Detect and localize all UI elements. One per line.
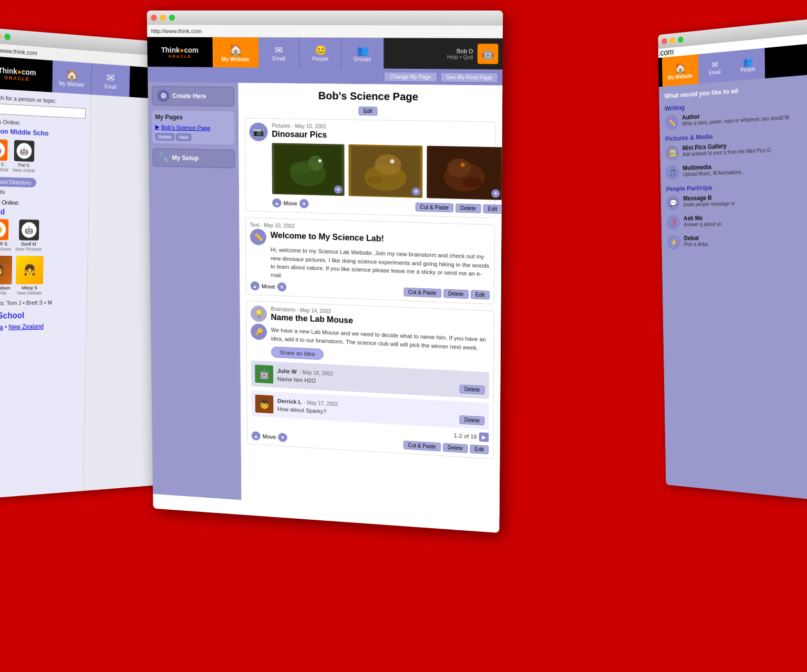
pictures-cut-paste-button[interactable]: Cut & Paste <box>415 202 453 212</box>
help-quit[interactable]: Help • Quit <box>447 54 473 60</box>
nav-mywebsite-right[interactable]: 🏠 My Website <box>662 54 699 87</box>
nav-email-label-front: Email <box>272 56 285 61</box>
nav-email-front[interactable]: ✉ Email <box>258 37 300 68</box>
brainstorm-move-down-button[interactable]: ▼ <box>278 433 287 442</box>
pictures-edit-button[interactable]: Edit <box>483 204 502 214</box>
browser-window-right: .com 🏠 My Website ✉ Email 👥 People What … <box>658 18 807 501</box>
text-edit-button[interactable]: Edit <box>471 290 490 299</box>
derrick-delete-button[interactable]: Delete <box>460 415 485 425</box>
logo-back: Think●com ORACLE <box>0 56 53 92</box>
nav-groups-label-front: Groups <box>354 56 371 62</box>
school-dir-button[interactable]: School Directory <box>0 176 36 187</box>
pagination-next-button[interactable]: ▶ <box>479 432 489 442</box>
brainstorm-delete-button[interactable]: Delete <box>443 443 468 453</box>
my-setup-button[interactable]: 🔧 My Setup <box>152 148 235 168</box>
brainstorm-edit-button[interactable]: Edit <box>470 444 489 454</box>
share-idea-button[interactable]: Share an Idea <box>271 346 324 360</box>
pat-avatar-icon: 🤖 <box>14 140 34 162</box>
sunil-face: 🤖 <box>21 222 36 238</box>
minimize-dot[interactable] <box>0 33 2 39</box>
page-item-buttons: Delete New <box>156 133 232 142</box>
brainstorm-cut-paste-button[interactable]: Cut & Paste <box>403 440 440 452</box>
see-my-final-page-button[interactable]: See My Final Page <box>440 72 498 82</box>
mansih-face: 😊 <box>0 222 6 237</box>
school-links: • China • New Zealand <box>0 322 81 331</box>
julie-delete-button[interactable]: Delete <box>460 384 485 394</box>
create-gear-icon: ⚙ <box>157 90 169 102</box>
sunil-name: Sunil M <box>21 241 36 246</box>
sunil-note: New Pictures <box>15 246 42 251</box>
user-miss-nelson: 👩 Miss Nelson New File <box>0 256 12 296</box>
edit-title-banner-button[interactable]: Edit <box>359 107 377 116</box>
minimize-dot-front[interactable] <box>160 15 166 21</box>
close-dot-front[interactable] <box>151 15 157 21</box>
miss-nelson-note: New File <box>0 290 7 296</box>
new-page-button[interactable]: New <box>176 133 191 141</box>
change-my-page-button[interactable]: Change My Page <box>384 71 437 82</box>
brainstorm-icon-1: 💡 <box>251 306 267 322</box>
derrick-avatar: 👦 <box>255 395 274 414</box>
pictures-move-down-button[interactable]: ▼ <box>299 199 309 208</box>
world-avatars-2: 👩 Miss Nelson New File 👧 Missy S New Deb… <box>0 256 83 296</box>
user-sunil: 🤖 Sunil M New Pictures <box>15 219 42 251</box>
nav-mywebsite-back[interactable]: 🏠 My Website <box>52 60 92 94</box>
sunil-icon: 🤖 <box>19 219 39 240</box>
nav-front: 🏠 My Website ✉ Email 😊 People 👥 Groups B… <box>212 37 503 69</box>
pictures-delete-button[interactable]: Delete <box>456 203 481 213</box>
miss-nelson-name: Miss Nelson <box>0 285 11 290</box>
debate-text: Debat Pick a deba <box>684 233 807 247</box>
multimedia-icon: 🎵 <box>666 165 679 180</box>
mansih-note: New Pictures <box>0 246 12 251</box>
new-zealand-link[interactable]: New Zealand <box>8 323 44 331</box>
nav-groups-front[interactable]: 👥 Groups <box>342 38 384 69</box>
bobs-science-page-link[interactable]: ▶ Bob's Science Page <box>155 123 231 131</box>
derrick-text: How about Sparky? <box>277 406 455 422</box>
user-avatar: 🤖 <box>478 44 499 64</box>
user-missy: 👧 Missy S New Debate <box>16 256 44 296</box>
china-link[interactable]: China <box>0 323 3 331</box>
text-cut-paste-button[interactable]: Cut & Paste <box>404 287 441 297</box>
dino-pic-1: + <box>272 143 344 196</box>
julie-date: - May 18, 2002 <box>299 370 333 377</box>
dino-svg-3 <box>429 147 500 198</box>
message-icon: 💬 <box>666 195 680 211</box>
text-delete-button[interactable]: Delete <box>443 289 469 299</box>
nav-people-front[interactable]: 😊 People <box>299 38 342 68</box>
nav-email-label-right: Email <box>709 69 720 76</box>
nav-email-back[interactable]: ✉ Email <box>91 64 130 97</box>
maximize-dot-front[interactable] <box>169 15 175 21</box>
text-content: Hi, welcome to my Science Lab Website. J… <box>271 246 490 287</box>
brett-face: 🤖 <box>0 141 5 158</box>
brainstorm-move-up-button[interactable]: ▲ <box>252 431 261 440</box>
front-main-content: Bob's Science Page Edit 📷 Pictures - May… <box>238 83 502 518</box>
delete-page-button[interactable]: Delete <box>156 133 174 141</box>
brainstorm-icon-2: 🔑 <box>251 323 267 340</box>
ask-me-icon: ❓ <box>667 215 680 230</box>
nav-mywebsite-label-front: My Website <box>222 56 250 62</box>
oracle-small: ORACLE <box>168 54 191 58</box>
brainstorm-body: Brainstorm - May 14, 2002 Name the Lab M… <box>271 306 489 368</box>
close-dot-right[interactable] <box>661 38 667 45</box>
text-move-up-button[interactable]: ▲ <box>251 281 260 291</box>
pictures-move-up-button[interactable]: ▲ <box>272 198 282 208</box>
multimedia-text: Multimedia Upload Music, M Animations. <box>682 159 807 177</box>
user-brett: 🤖 Brett S New Article <box>0 139 9 172</box>
pics-row: + + <box>272 143 502 200</box>
nav-people-right[interactable]: 👥 People <box>731 48 765 81</box>
pic-plus-2: + <box>412 187 420 196</box>
text-move-down-button[interactable]: ▼ <box>277 282 287 292</box>
pic-plus-3: + <box>491 189 500 197</box>
text-block: Text - May 10, 2002 ✏️ Welcome to My Sci… <box>245 217 495 304</box>
nav-mywebsite-front[interactable]: 🏠 My Website <box>212 37 258 68</box>
brainstorm-move-ctrl: ▲ Move ▼ <box>252 431 287 442</box>
ask-me-text: Ask Me Answer q about yo <box>684 212 807 227</box>
brett-name: Brett S <box>0 161 4 167</box>
debate-desc: Pick a deba <box>684 240 807 247</box>
maximize-dot-right[interactable] <box>678 36 684 43</box>
maximize-dot[interactable] <box>4 34 11 40</box>
minimize-dot-right[interactable] <box>670 37 675 44</box>
dino-svg-1 <box>274 144 342 195</box>
create-here-button[interactable]: ⚙ Create Here <box>152 86 234 107</box>
nav-email-label-back: Email <box>105 83 117 90</box>
nav-email-right[interactable]: ✉ Email <box>698 51 731 83</box>
